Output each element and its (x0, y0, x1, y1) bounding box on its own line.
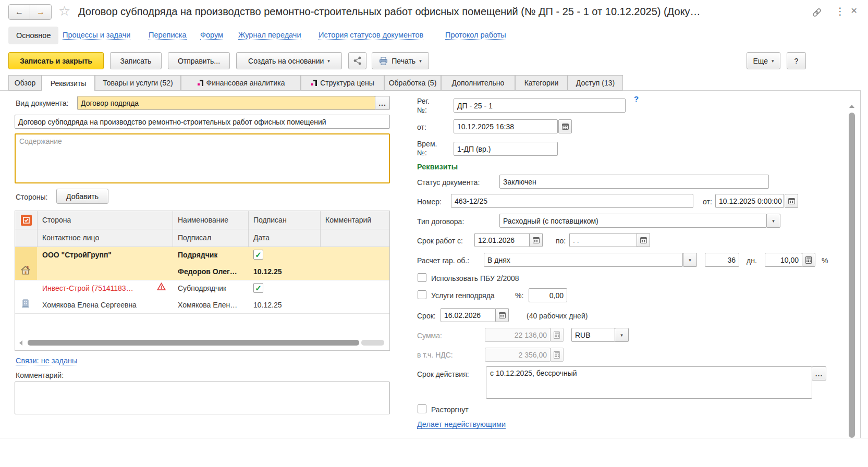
tab-price-structure[interactable]: Структура цены (301, 75, 384, 91)
validity-more-button[interactable]: ... (812, 366, 826, 380)
tab-goods-services[interactable]: Товары и услуги (52) (95, 75, 181, 91)
reg-help-icon[interactable]: ? (634, 94, 639, 103)
tab-processing[interactable]: Обработка (5) (384, 75, 441, 91)
hscroll-left-arrow[interactable] (19, 340, 22, 346)
table-row-signer[interactable]: Хомякова Елен… (178, 301, 237, 309)
warranty-mode-field[interactable]: В днях (484, 253, 683, 267)
vscroll-up-arrow[interactable] (849, 105, 854, 108)
col-header-name[interactable]: Наименование (178, 216, 228, 224)
col-header-date[interactable]: Дата (253, 233, 270, 242)
parties-table[interactable]: Сторона Наименование Подписан Комментари… (15, 211, 390, 351)
number-field[interactable]: 463-12/25 (451, 194, 693, 208)
table-row-role[interactable]: Субподрядчик (178, 284, 226, 292)
tab-categories[interactable]: Категории (515, 75, 568, 91)
copy-link-icon[interactable] (811, 7, 823, 20)
forward-button[interactable]: → (30, 4, 52, 20)
nav-item-status-history[interactable]: История статусов документов (319, 31, 423, 40)
tab-requisites[interactable]: Реквизиты (42, 75, 95, 91)
check-icon: ✓ (255, 284, 262, 293)
add-party-button[interactable]: Добавить (56, 189, 108, 204)
col-header-comment[interactable]: Комментарий (325, 216, 371, 224)
nav-item-main[interactable]: Основное (8, 27, 58, 44)
tab-overview[interactable]: Обзор (8, 75, 42, 91)
work-from-field[interactable]: 12.01.2026 (474, 233, 530, 247)
relations-link[interactable]: Связи: не заданы (16, 357, 77, 365)
table-row-signer[interactable]: Федоров Олег… (178, 267, 237, 276)
calendar-icon (533, 237, 540, 243)
share-button[interactable] (348, 52, 366, 69)
vscrollbar-thumb[interactable] (849, 113, 855, 438)
reg-date-calendar-button[interactable] (558, 119, 572, 133)
favorite-star-icon[interactable]: ☆ (58, 3, 70, 19)
tab-additional[interactable]: Дополнительно (441, 75, 515, 91)
select-all-icon[interactable] (21, 215, 32, 227)
col-header-party[interactable]: Сторона (42, 216, 71, 224)
work-to-calendar-button[interactable] (637, 233, 650, 247)
work-to-field[interactable]: . . (569, 233, 637, 247)
gen-percent-field[interactable]: 0,00 (529, 288, 567, 302)
contract-type-dropdown-button[interactable]: ▾ (766, 214, 780, 228)
table-row-contact[interactable]: Хомякова Елена Сергеевна (42, 301, 137, 309)
comment-textarea[interactable] (15, 382, 390, 414)
reg-date-field[interactable]: 10.12.2025 16:38 (454, 119, 558, 133)
gen-services-label: Услуги генподряда (431, 291, 495, 300)
back-button[interactable]: ← (8, 4, 30, 20)
col-header-contact[interactable]: Контактное лицо (42, 233, 99, 242)
nav-item-transfer-log[interactable]: Журнал передачи (238, 31, 301, 40)
currency-field[interactable]: RUB (571, 328, 615, 342)
term-calendar-button[interactable] (495, 308, 509, 322)
status-field[interactable]: Заключен (499, 175, 769, 189)
vat-label: в т.ч. НДС: (417, 351, 453, 359)
print-button[interactable]: Печать ▾ (372, 52, 429, 69)
chevron-down-icon: ▾ (689, 257, 691, 263)
hscrollbar-track[interactable] (361, 340, 384, 346)
warranty-percent-calc-button[interactable] (802, 253, 815, 267)
warranty-percent-field[interactable]: 10,00 (765, 253, 802, 267)
table-row-party[interactable]: ООО "СтройГрупп" (42, 251, 112, 259)
number-date-calendar-button[interactable] (785, 194, 798, 208)
terminated-checkbox[interactable] (418, 404, 426, 413)
pbu-checkbox[interactable] (418, 273, 426, 282)
term-field[interactable]: 16.02.2026 (441, 308, 496, 322)
validity-field[interactable]: с 10.12.2025, бессрочный (486, 366, 812, 399)
doc-name-field[interactable]: Договор субподряда на производство ремон… (15, 115, 390, 129)
table-row-party[interactable]: Инвест-Строй (75141183… (42, 284, 133, 292)
col-header-signed[interactable]: Подписан (253, 216, 287, 224)
temp-no-field[interactable]: 1-ДП (вр.) (454, 142, 558, 156)
table-row-date[interactable]: 10.12.25 (253, 301, 282, 309)
col-header-signer[interactable]: Подписал (178, 233, 211, 242)
save-and-close-button[interactable]: Записать и закрыть (8, 52, 104, 69)
kebab-menu-icon[interactable]: ⋮ (835, 5, 845, 17)
back-arrow-icon: ← (15, 7, 23, 17)
signed-checkbox[interactable]: ✓ (253, 250, 263, 260)
close-icon[interactable]: × (851, 4, 857, 17)
gen-services-checkbox[interactable] (418, 290, 426, 299)
warranty-days-field[interactable]: 36 (705, 253, 739, 267)
save-button[interactable]: Записать (110, 52, 162, 69)
nav-item-processes[interactable]: Процессы и задачи (63, 31, 130, 40)
create-from-button[interactable]: Создать на основании ▾ (236, 52, 342, 69)
hscrollbar-thumb[interactable] (28, 340, 359, 346)
nav-item-forum[interactable]: Форум (200, 31, 223, 40)
reg-no-field[interactable]: ДП - 25 - 1 (454, 99, 626, 113)
number-date-field[interactable]: 10.12.2025 0:00:00 (715, 194, 784, 208)
table-row-date[interactable]: 10.12.25 (253, 267, 282, 276)
table-row-role[interactable]: Подрядчик (178, 251, 217, 259)
work-from-calendar-button[interactable] (529, 233, 543, 247)
more-button[interactable]: Еще ▾ (747, 52, 780, 69)
contract-type-field[interactable]: Расходный (с поставщиком) (499, 214, 767, 228)
nav-item-correspondence[interactable]: Переписка (149, 31, 187, 40)
more-label: Еще (753, 57, 768, 65)
tab-financial-analytics[interactable]: Финансовая аналитика (181, 75, 301, 91)
tab-access[interactable]: Доступ (13) (568, 75, 623, 91)
currency-dropdown-button[interactable]: ▾ (615, 328, 629, 342)
warranty-mode-dropdown-button[interactable]: ▾ (683, 253, 697, 267)
invalidates-link[interactable]: Делает недействующими (417, 420, 506, 429)
doc-type-field[interactable]: Договор подряда (77, 96, 375, 110)
nav-item-work-protocol[interactable]: Протокол работы (445, 31, 506, 40)
send-button[interactable]: Отправить... (168, 52, 230, 69)
signed-checkbox[interactable]: ✓ (253, 283, 263, 293)
doc-type-more-button[interactable]: ... (375, 96, 390, 110)
help-button[interactable]: ? (787, 52, 806, 69)
content-textarea[interactable]: Содержание (15, 133, 390, 183)
